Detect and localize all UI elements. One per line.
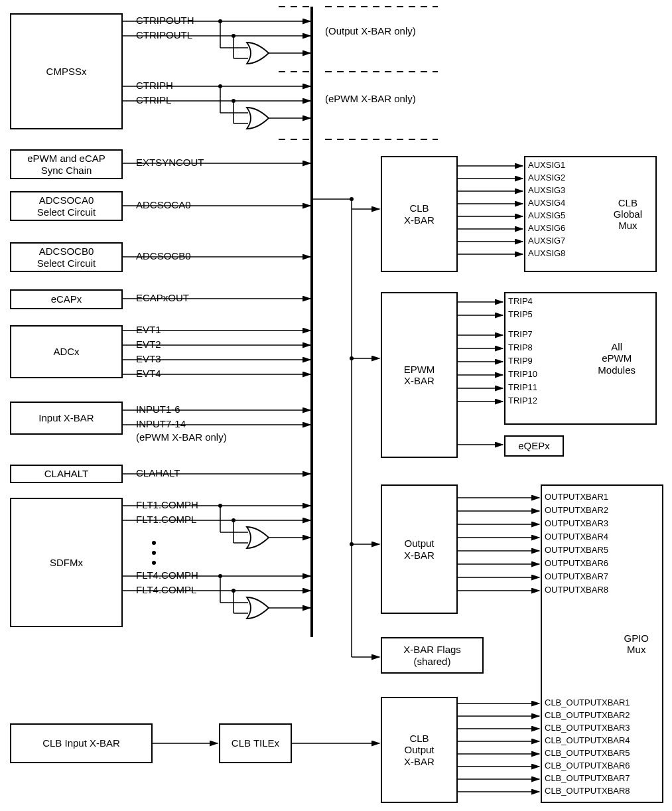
outputxbar-8-label: OUTPUTXBAR8 (545, 585, 608, 595)
svg-point-11 (218, 19, 222, 23)
xbar-flags-label: X-BAR Flags (shared) (403, 644, 461, 667)
svg-point-12 (232, 34, 235, 38)
sdfmx-block: SDFMx (10, 498, 123, 627)
clb-outputxbar-4-label: CLB_OUTPUTXBAR4 (545, 735, 630, 745)
eqepx-block: eQEPx (504, 435, 564, 457)
epwm-ecap-sync-label: ePWM and eCAP Sync Chain (27, 153, 105, 176)
ecapx-block: eCAPx (10, 289, 123, 309)
clb-outputxbar-3-label: CLB_OUTPUTXBAR3 (545, 723, 630, 733)
xbar-flags-block: X-BAR Flags (shared) (381, 637, 484, 674)
auxsig-6-label: AUXSIG6 (528, 223, 565, 233)
sig-evt1: EVT1 (136, 324, 161, 335)
sdfmx-label: SDFMx (50, 557, 83, 568)
clahalt-block-label: CLAHALT (44, 468, 88, 479)
sig-flt4comph: FLT4.COMPH (136, 569, 198, 581)
outputxbar-4-label: OUTPUTXBAR4 (545, 532, 608, 542)
svg-point-63 (152, 551, 156, 555)
epwm-xbar-block: EPWM X-BAR (381, 292, 458, 458)
sig-flt1comph: FLT1.COMPH (136, 499, 198, 510)
sig-evt2: EVT2 (136, 338, 161, 350)
svg-point-22 (218, 84, 222, 88)
svg-point-23 (232, 99, 235, 103)
input-xbar-label: Input X-BAR (38, 412, 94, 423)
adcx-label: ADCx (53, 346, 79, 357)
svg-point-62 (152, 541, 156, 545)
clb-tilex-block: CLB TILEx (219, 723, 292, 763)
clb-outputxbar-6-label: CLB_OUTPUTXBAR6 (545, 761, 630, 771)
sig-ecapxout: ECAPxOUT (136, 292, 189, 303)
adcsocb0-sel-label: ADCSOCB0 Select Circuit (37, 246, 96, 269)
outputxbar-2-label: OUTPUTXBAR2 (545, 505, 608, 515)
adcsoca0-sel-label: ADCSOCA0 Select Circuit (37, 194, 96, 218)
sig-ctripoutl: CTRIPOUTL (136, 29, 192, 40)
svg-point-56 (232, 518, 235, 522)
sig-ctripouth: CTRIPOUTH (136, 15, 194, 26)
sig-flt4compl: FLT4.COMPL (136, 584, 196, 595)
input-xbar-block: Input X-BAR (10, 402, 123, 435)
outputxbar-7-label: OUTPUTXBAR7 (545, 571, 608, 581)
clb-xbar-label: CLB X-BAR (404, 202, 435, 226)
clb-outputxbar-5-label: CLB_OUTPUTXBAR5 (545, 748, 630, 758)
sig-input7-14: INPUT7-14 (136, 418, 186, 429)
clb-outputxbar-7-label: CLB_OUTPUTXBAR7 (545, 773, 630, 783)
sig-adcsoca0: ADCSOCA0 (136, 199, 191, 210)
auxsig-4-label: AUXSIG4 (528, 198, 565, 208)
trip-TRIP7-label: TRIP7 (508, 329, 533, 339)
clb-xbar-block: CLB X-BAR (381, 156, 458, 272)
auxsig-8-label: AUXSIG8 (528, 248, 565, 258)
svg-point-69 (218, 574, 222, 578)
ecapx-label: eCAPx (51, 293, 82, 305)
outputxbar-3-label: OUTPUTXBAR3 (545, 518, 608, 528)
adcx-block: ADCx (10, 325, 123, 378)
sig-evt3: EVT3 (136, 353, 161, 364)
output-xbar-label: Output X-BAR (404, 538, 435, 561)
trip-TRIP9-label: TRIP9 (508, 356, 533, 366)
adcsoca0-sel-block: ADCSOCA0 Select Circuit (10, 191, 123, 221)
sig-evt4: EVT4 (136, 368, 161, 379)
clb-input-xbar-label: CLB Input X-BAR (42, 737, 120, 749)
svg-point-80 (350, 356, 354, 360)
epwm-xbar-label: EPWM X-BAR (404, 364, 435, 387)
trip-TRIP10-label: TRIP10 (508, 369, 537, 379)
sig-clahalt: CLAHALT (136, 467, 180, 479)
cmpssx-block: CMPSSx (10, 13, 123, 129)
svg-point-55 (218, 504, 222, 508)
svg-point-70 (232, 589, 235, 593)
note-epwm-only-inputs: (ePWM X-BAR only) (136, 431, 227, 443)
clb-outputxbar-1-label: CLB_OUTPUTXBAR1 (545, 698, 630, 707)
outputxbar-5-label: OUTPUTXBAR5 (545, 545, 608, 555)
sig-input1-6: INPUT1-6 (136, 404, 180, 415)
clb-global-mux-label: CLB Global Mux (614, 197, 642, 232)
clb-outputxbar-8-label: CLB_OUTPUTXBAR8 (545, 786, 630, 796)
output-xbar-block: Output X-BAR (381, 484, 458, 614)
svg-point-82 (350, 542, 354, 546)
auxsig-5-label: AUXSIG5 (528, 210, 565, 220)
sig-extsyncout: EXTSYNCOUT (136, 157, 204, 168)
auxsig-2-label: AUXSIG2 (528, 173, 565, 183)
clb-outputxbar-2-label: CLB_OUTPUTXBAR2 (545, 710, 630, 720)
auxsig-1-label: AUXSIG1 (528, 160, 565, 170)
note-epwm-xbar-only: (ePWM X-BAR only) (325, 93, 416, 104)
trip-TRIP12-label: TRIP12 (508, 396, 537, 406)
auxsig-7-label: AUXSIG7 (528, 236, 565, 246)
trip-TRIP11-label: TRIP11 (508, 382, 537, 392)
clb-input-xbar-block: CLB Input X-BAR (10, 723, 153, 763)
gpio-mux-label: GPIO Mux (624, 632, 649, 656)
clb-tilex-label: CLB TILEx (232, 737, 279, 749)
auxsig-3-label: AUXSIG3 (528, 185, 565, 195)
outputxbar-6-label: OUTPUTXBAR6 (545, 558, 608, 568)
adcsocb0-sel-block: ADCSOCB0 Select Circuit (10, 242, 123, 272)
sig-adcsocb0: ADCSOCB0 (136, 250, 191, 261)
sig-ctriph: CTRIPH (136, 80, 173, 91)
svg-point-78 (350, 197, 354, 201)
clb-output-xbar-block: CLB Output X-BAR (381, 697, 458, 803)
sig-flt1compl: FLT1.COMPL (136, 514, 196, 525)
sig-ctripl: CTRIPL (136, 94, 171, 106)
epwm-ecap-sync-block: ePWM and eCAP Sync Chain (10, 149, 123, 179)
cmpssx-label: CMPSSx (46, 66, 87, 77)
note-output-xbar-only: (Output X-BAR only) (325, 25, 416, 37)
trip-TRIP5-label: TRIP5 (508, 309, 533, 319)
svg-point-64 (152, 561, 156, 565)
outputxbar-1-label: OUTPUTXBAR1 (545, 492, 608, 502)
trip-TRIP8-label: TRIP8 (508, 342, 533, 352)
